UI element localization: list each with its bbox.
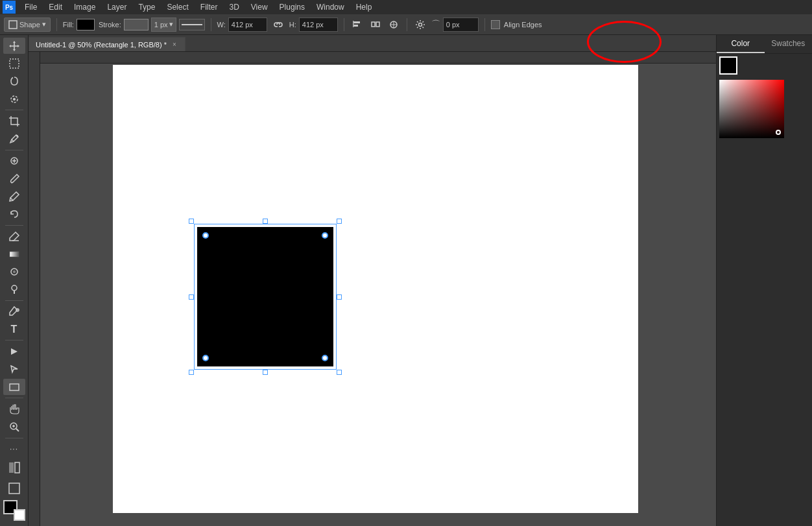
canvas-area[interactable]	[29, 52, 716, 526]
link-dimensions-button[interactable]	[271, 18, 285, 32]
width-input[interactable]: 412 px	[228, 18, 267, 32]
healing-brush-icon	[8, 155, 20, 167]
background-color[interactable]	[14, 509, 25, 521]
blur-icon	[8, 266, 20, 278]
handle-bottom-right[interactable]	[337, 370, 342, 375]
tool-sep-5	[5, 340, 23, 341]
corner-radius-input[interactable]: 0 px	[443, 18, 479, 32]
stroke-width-arrow: ▾	[169, 20, 173, 29]
stroke-color-swatch[interactable]	[124, 19, 149, 30]
quick-mask-button[interactable]	[3, 459, 25, 477]
corner-radius-icon: ⌒	[431, 19, 440, 30]
svg-point-9	[418, 23, 422, 26]
move-tool-button[interactable]	[3, 38, 25, 54]
menu-layer[interactable]: Layer	[102, 1, 132, 13]
blur-tool-button[interactable]	[3, 263, 25, 280]
eraser-icon	[8, 230, 20, 242]
zoom-tool-button[interactable]	[3, 418, 25, 435]
shape-type-dropdown[interactable]: Shape ▾	[4, 18, 51, 32]
eraser-button[interactable]	[3, 228, 25, 245]
corner-dot-top-left[interactable]	[202, 232, 209, 239]
handle-top-right[interactable]	[337, 219, 342, 224]
menu-select[interactable]: Select	[161, 1, 193, 13]
tab-close-button[interactable]: ×	[171, 41, 178, 49]
handle-bottom-left[interactable]	[189, 370, 194, 375]
align-distribute-button[interactable]	[368, 18, 383, 32]
line-style-preview	[182, 24, 202, 25]
brush-tool-button[interactable]	[3, 171, 25, 187]
transform-button[interactable]	[387, 18, 401, 32]
rectangle-shape[interactable]	[197, 227, 333, 366]
handle-middle-right[interactable]	[337, 294, 342, 300]
move-tool-icon	[8, 40, 20, 52]
corner-dot-top-right[interactable]	[322, 232, 328, 239]
menu-help[interactable]: Help	[351, 1, 377, 13]
corner-dot-bottom-right[interactable]	[322, 355, 328, 361]
stroke-width-dropdown[interactable]: 1 px ▾	[151, 18, 176, 32]
tool-sep-3	[5, 225, 23, 226]
text-tool-button[interactable]: T	[3, 321, 25, 337]
color-tab[interactable]: Color	[717, 35, 765, 53]
menu-3d[interactable]: 3D	[224, 1, 244, 13]
menu-window[interactable]: Window	[311, 1, 350, 13]
active-color-swatch[interactable]	[719, 56, 737, 75]
handle-middle-left[interactable]	[189, 294, 194, 300]
history-brush-icon	[8, 208, 20, 220]
swatches-tab[interactable]: Swatches	[765, 35, 813, 53]
direct-selection-icon	[8, 363, 20, 375]
stroke-style-dropdown[interactable]	[179, 19, 205, 30]
lasso-tool-button[interactable]	[3, 73, 25, 90]
stroke-label: Stroke:	[99, 21, 121, 29]
gradient-tool-button[interactable]	[3, 246, 25, 262]
path-selection-button[interactable]	[3, 343, 25, 359]
color-gradient-picker[interactable]	[719, 80, 784, 138]
fill-color-swatch[interactable]	[77, 19, 95, 30]
menu-edit[interactable]: Edit	[43, 1, 67, 13]
clone-stamp-button[interactable]	[3, 188, 25, 204]
menu-image[interactable]: Image	[69, 1, 101, 13]
handle-top-left[interactable]	[189, 219, 194, 224]
history-brush-button[interactable]	[3, 206, 25, 222]
direct-selection-button[interactable]	[3, 361, 25, 377]
marquee-tool-button[interactable]	[3, 55, 25, 71]
align-edges-checkbox[interactable]	[491, 20, 500, 29]
hand-tool-button[interactable]	[3, 401, 25, 417]
foreground-background-colors[interactable]	[3, 500, 25, 521]
menu-view[interactable]: View	[246, 1, 273, 13]
document-canvas[interactable]	[113, 65, 638, 513]
fill-label: Fill:	[63, 21, 74, 29]
lasso-icon	[8, 75, 20, 87]
gradient-icon	[8, 248, 20, 260]
pen-tool-button[interactable]	[3, 304, 25, 320]
tab-bar: Untitled-1 @ 50% (Rectangle 1, RGB/8) * …	[29, 35, 716, 52]
height-input[interactable]: 412 px	[299, 18, 338, 32]
document-tab[interactable]: Untitled-1 @ 50% (Rectangle 1, RGB/8) * …	[29, 37, 185, 51]
tool-sep-6	[5, 398, 23, 398]
fill-group: Fill:	[63, 19, 95, 30]
change-screen-button[interactable]	[3, 479, 25, 497]
sep5	[484, 18, 485, 31]
more-tools-button[interactable]: ···	[3, 441, 25, 457]
menu-type[interactable]: Type	[133, 1, 160, 13]
align-left-button[interactable]	[350, 18, 364, 32]
align-edges-label: Align Edges	[504, 21, 542, 29]
shape-tool-button[interactable]	[3, 379, 25, 395]
svg-rect-10	[10, 59, 19, 68]
quick-selection-button[interactable]	[3, 91, 25, 107]
menu-file[interactable]: File	[19, 1, 42, 13]
corner-dot-bottom-left[interactable]	[202, 355, 209, 361]
crop-tool-button[interactable]	[3, 113, 25, 129]
settings-button[interactable]	[413, 18, 427, 32]
handle-bottom-center[interactable]	[263, 370, 268, 375]
menu-filter[interactable]: Filter	[195, 1, 223, 13]
handle-top-center[interactable]	[263, 219, 268, 224]
shape-dropdown-arrow: ▾	[42, 20, 46, 29]
eyedropper-icon	[8, 133, 20, 145]
brush-icon	[8, 173, 20, 185]
height-group: H: 412 px	[289, 18, 338, 32]
quick-mask-icon	[8, 462, 20, 473]
eyedropper-button[interactable]	[3, 130, 25, 147]
menu-plugins[interactable]: Plugins	[274, 1, 310, 13]
dodge-tool-button[interactable]	[3, 281, 25, 298]
healing-brush-button[interactable]	[3, 153, 25, 169]
